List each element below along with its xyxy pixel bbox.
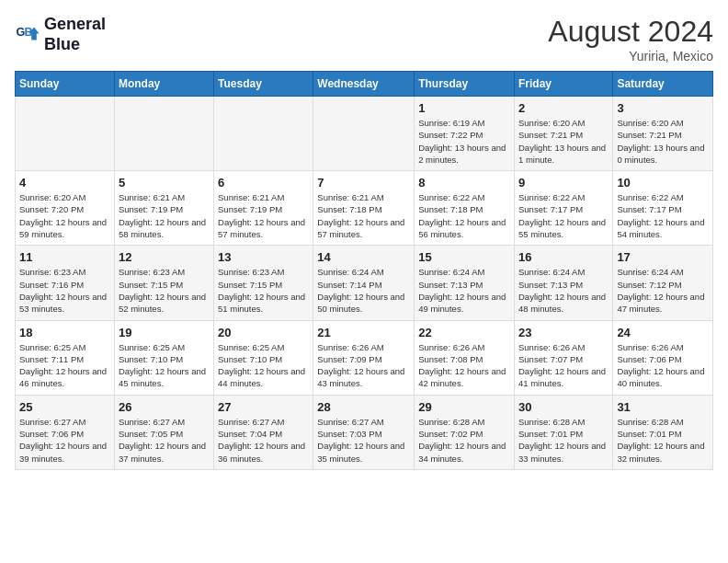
day-number: 11 [19,250,110,264]
calendar-cell: 18Sunrise: 6:25 AM Sunset: 7:11 PM Dayli… [16,320,115,395]
calendar-cell: 26Sunrise: 6:27 AM Sunset: 7:05 PM Dayli… [114,395,213,469]
day-info: Sunrise: 6:19 AM Sunset: 7:22 PM Dayligh… [418,117,510,166]
day-info: Sunrise: 6:20 AM Sunset: 7:21 PM Dayligh… [617,117,709,166]
col-tuesday: Tuesday [214,72,313,97]
col-thursday: Thursday [415,72,515,97]
calendar-cell: 2Sunrise: 6:20 AM Sunset: 7:21 PM Daylig… [514,97,612,171]
day-info: Sunrise: 6:26 AM Sunset: 7:07 PM Dayligh… [518,341,609,390]
calendar-cell: 22Sunrise: 6:26 AM Sunset: 7:08 PM Dayli… [415,320,515,395]
calendar-cell: 17Sunrise: 6:24 AM Sunset: 7:12 PM Dayli… [613,246,713,320]
day-info: Sunrise: 6:27 AM Sunset: 7:06 PM Dayligh… [19,416,110,465]
day-number: 7 [317,176,410,190]
day-number: 21 [317,326,410,339]
calendar-cell: 20Sunrise: 6:25 AM Sunset: 7:10 PM Dayli… [214,320,313,395]
day-number: 6 [218,176,309,190]
calendar-week-4: 18Sunrise: 6:25 AM Sunset: 7:11 PM Dayli… [16,320,713,395]
calendar-cell: 10Sunrise: 6:22 AM Sunset: 7:17 PM Dayli… [613,171,713,246]
day-number: 17 [617,250,709,264]
day-number: 30 [518,400,609,414]
calendar-cell: 27Sunrise: 6:27 AM Sunset: 7:04 PM Dayli… [214,395,313,469]
calendar-cell [16,97,115,171]
calendar-cell: 23Sunrise: 6:26 AM Sunset: 7:07 PM Dayli… [514,320,612,395]
calendar-cell: 29Sunrise: 6:28 AM Sunset: 7:02 PM Dayli… [415,395,515,469]
calendar-cell: 6Sunrise: 6:21 AM Sunset: 7:19 PM Daylig… [214,171,313,246]
calendar-cell [214,97,313,171]
col-sunday: Sunday [16,72,115,97]
day-info: Sunrise: 6:26 AM Sunset: 7:08 PM Dayligh… [418,341,510,390]
day-info: Sunrise: 6:23 AM Sunset: 7:15 PM Dayligh… [119,266,210,315]
calendar-cell [114,97,213,171]
calendar-cell: 31Sunrise: 6:28 AM Sunset: 7:01 PM Dayli… [613,395,713,469]
month-year-title: August 2024 [548,15,713,49]
day-number: 12 [119,250,210,264]
day-number: 31 [617,400,709,414]
day-number: 10 [617,176,709,190]
day-number: 25 [19,400,110,414]
calendar-cell: 12Sunrise: 6:23 AM Sunset: 7:15 PM Dayli… [114,246,213,320]
calendar-cell: 25Sunrise: 6:27 AM Sunset: 7:06 PM Dayli… [16,395,115,469]
calendar-cell: 3Sunrise: 6:20 AM Sunset: 7:21 PM Daylig… [613,97,713,171]
col-monday: Monday [114,72,213,97]
day-number: 27 [218,400,309,414]
day-info: Sunrise: 6:28 AM Sunset: 7:01 PM Dayligh… [518,416,609,465]
day-info: Sunrise: 6:25 AM Sunset: 7:10 PM Dayligh… [119,341,210,390]
col-friday: Friday [514,72,612,97]
day-info: Sunrise: 6:28 AM Sunset: 7:01 PM Dayligh… [617,416,709,465]
page-header: G B General Blue August 2024 Yuriria, Me… [15,15,713,63]
day-number: 19 [119,326,210,339]
day-info: Sunrise: 6:25 AM Sunset: 7:10 PM Dayligh… [218,341,309,390]
day-number: 28 [317,400,410,414]
calendar-cell: 4Sunrise: 6:20 AM Sunset: 7:20 PM Daylig… [16,171,115,246]
location-label: Yuriria, Mexico [548,49,713,63]
day-info: Sunrise: 6:28 AM Sunset: 7:02 PM Dayligh… [418,416,510,465]
calendar-week-5: 25Sunrise: 6:27 AM Sunset: 7:06 PM Dayli… [16,395,713,469]
day-number: 8 [418,176,510,190]
col-saturday: Saturday [613,72,713,97]
day-number: 24 [617,326,709,339]
day-number: 1 [418,101,510,115]
day-info: Sunrise: 6:27 AM Sunset: 7:03 PM Dayligh… [317,416,410,465]
day-number: 2 [518,101,609,115]
day-info: Sunrise: 6:21 AM Sunset: 7:19 PM Dayligh… [119,191,210,240]
calendar-week-3: 11Sunrise: 6:23 AM Sunset: 7:16 PM Dayli… [16,246,713,320]
day-info: Sunrise: 6:23 AM Sunset: 7:16 PM Dayligh… [19,266,110,315]
day-number: 29 [418,400,510,414]
calendar-cell: 19Sunrise: 6:25 AM Sunset: 7:10 PM Dayli… [114,320,213,395]
calendar-cell: 15Sunrise: 6:24 AM Sunset: 7:13 PM Dayli… [415,246,515,320]
day-info: Sunrise: 6:27 AM Sunset: 7:05 PM Dayligh… [119,416,210,465]
day-info: Sunrise: 6:27 AM Sunset: 7:04 PM Dayligh… [218,416,309,465]
calendar-cell: 14Sunrise: 6:24 AM Sunset: 7:14 PM Dayli… [313,246,415,320]
day-info: Sunrise: 6:21 AM Sunset: 7:18 PM Dayligh… [317,191,410,240]
calendar-cell: 24Sunrise: 6:26 AM Sunset: 7:06 PM Dayli… [613,320,713,395]
day-info: Sunrise: 6:24 AM Sunset: 7:13 PM Dayligh… [518,266,609,315]
day-number: 14 [317,250,410,264]
calendar-cell: 30Sunrise: 6:28 AM Sunset: 7:01 PM Dayli… [514,395,612,469]
day-info: Sunrise: 6:21 AM Sunset: 7:19 PM Dayligh… [218,191,309,240]
day-info: Sunrise: 6:25 AM Sunset: 7:11 PM Dayligh… [19,341,110,390]
day-number: 3 [617,101,709,115]
day-info: Sunrise: 6:26 AM Sunset: 7:09 PM Dayligh… [317,341,410,390]
calendar-cell [313,97,415,171]
day-number: 20 [218,326,309,339]
header-row: Sunday Monday Tuesday Wednesday Thursday… [16,72,713,97]
col-wednesday: Wednesday [313,72,415,97]
calendar-week-1: 1Sunrise: 6:19 AM Sunset: 7:22 PM Daylig… [16,97,713,171]
day-number: 22 [418,326,510,339]
calendar-cell: 13Sunrise: 6:23 AM Sunset: 7:15 PM Dayli… [214,246,313,320]
calendar-cell: 1Sunrise: 6:19 AM Sunset: 7:22 PM Daylig… [415,97,515,171]
logo-text: General Blue [44,15,106,54]
day-info: Sunrise: 6:24 AM Sunset: 7:14 PM Dayligh… [317,266,410,315]
calendar-cell: 8Sunrise: 6:22 AM Sunset: 7:18 PM Daylig… [415,171,515,246]
calendar-table: Sunday Monday Tuesday Wednesday Thursday… [15,71,713,470]
day-info: Sunrise: 6:22 AM Sunset: 7:17 PM Dayligh… [518,191,609,240]
calendar-cell: 7Sunrise: 6:21 AM Sunset: 7:18 PM Daylig… [313,171,415,246]
day-number: 26 [119,400,210,414]
calendar-header: Sunday Monday Tuesday Wednesday Thursday… [16,72,713,97]
day-info: Sunrise: 6:26 AM Sunset: 7:06 PM Dayligh… [617,341,709,390]
day-number: 23 [518,326,609,339]
logo: G B General Blue [15,15,106,54]
calendar-week-2: 4Sunrise: 6:20 AM Sunset: 7:20 PM Daylig… [16,171,713,246]
day-number: 5 [119,176,210,190]
calendar-cell: 5Sunrise: 6:21 AM Sunset: 7:19 PM Daylig… [114,171,213,246]
title-area: August 2024 Yuriria, Mexico [548,15,713,63]
